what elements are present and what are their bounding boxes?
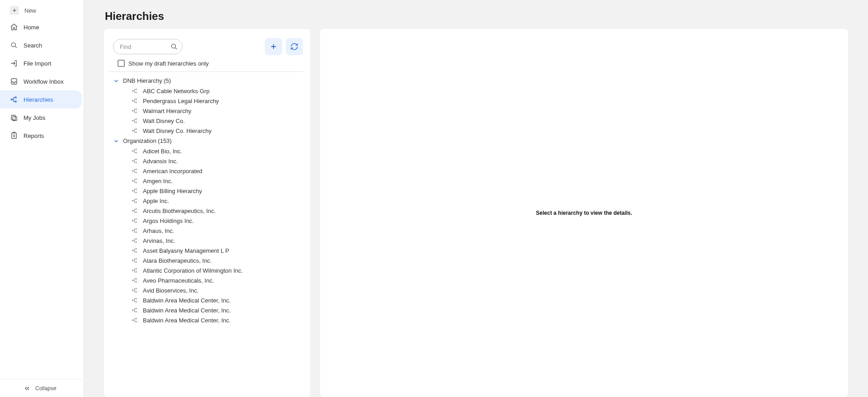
search-icon[interactable] xyxy=(169,42,179,52)
hierarchy-node-icon xyxy=(131,257,138,264)
refresh-button[interactable] xyxy=(286,38,303,55)
svg-point-18 xyxy=(136,118,137,119)
svg-point-59 xyxy=(132,270,133,271)
sidebar-item-workflow-inbox[interactable]: Workflow Inbox xyxy=(0,72,84,90)
tree-item-label: Baldwin Area Medical Center, Inc. xyxy=(143,307,231,314)
sidebar-new-button[interactable]: New xyxy=(0,3,84,18)
tree-item[interactable]: Arhaus, Inc. xyxy=(113,226,305,236)
add-hierarchy-button[interactable] xyxy=(265,38,282,55)
tree-item[interactable]: Arcutis Biotherapeutics, Inc. xyxy=(113,206,305,216)
svg-point-8 xyxy=(132,90,133,91)
tree-item-label: Arcutis Biotherapeutics, Inc. xyxy=(143,208,216,214)
tree-item[interactable]: Aveo Pharmaceuticals, Inc. xyxy=(113,275,305,285)
sidebar-item-file-import[interactable]: File Import xyxy=(0,54,84,72)
tree-item[interactable]: Atlantic Corporation of Wilmington Inc. xyxy=(113,265,305,275)
tree-item[interactable]: Baldwin Area Medical Center, Inc. xyxy=(113,295,305,305)
svg-point-62 xyxy=(132,280,133,281)
hierarchy-node-icon xyxy=(131,188,138,194)
tree-group-header[interactable]: DNB Hierarchy (5) xyxy=(113,76,305,86)
hierarchy-node-icon xyxy=(131,98,138,104)
tree-item-label: ABC Cable Networks Grp xyxy=(143,88,209,95)
svg-point-70 xyxy=(136,301,137,302)
svg-point-12 xyxy=(136,99,137,99)
svg-point-9 xyxy=(136,89,137,90)
svg-point-33 xyxy=(136,179,137,180)
svg-point-13 xyxy=(136,102,137,103)
tree-item[interactable]: Apple Inc. xyxy=(113,196,305,206)
hierarchy-node-icon xyxy=(131,128,138,134)
svg-point-44 xyxy=(132,220,133,221)
chevron-down-icon xyxy=(113,138,119,144)
tree-item[interactable]: Asset Balyasny Management L P xyxy=(113,246,305,255)
sidebar-collapse-button[interactable]: Collapse xyxy=(0,379,84,397)
sidebar-item-hierarchies[interactable]: Hierarchies xyxy=(0,90,82,109)
svg-point-2 xyxy=(15,97,16,98)
hierarchy-node-icon xyxy=(131,158,138,164)
tree-item[interactable]: Arvinas, Inc. xyxy=(113,236,305,246)
tree-item[interactable]: Apple Billing Hierarchy xyxy=(113,186,305,196)
sidebar-item-label: Workflow Inbox xyxy=(24,78,64,85)
svg-point-21 xyxy=(136,128,137,129)
tree-item[interactable]: Advansix Inc. xyxy=(113,156,305,166)
svg-point-58 xyxy=(136,261,137,262)
hierarchy-node-icon xyxy=(131,198,138,204)
tree-item[interactable]: Walt Disney Co. Hierarchy xyxy=(113,126,305,136)
tree-item[interactable]: Atara Biotherapeutics, Inc. xyxy=(113,255,305,265)
svg-rect-4 xyxy=(11,115,15,120)
sidebar-item-label: Reports xyxy=(24,132,44,139)
svg-point-0 xyxy=(11,43,15,47)
svg-point-71 xyxy=(132,310,133,311)
tree-item-label: Arhaus, Inc. xyxy=(143,227,174,234)
hierarchy-icon xyxy=(10,95,18,104)
tree-item[interactable]: American Incorporated xyxy=(113,166,305,176)
svg-point-47 xyxy=(132,230,133,231)
tree-item[interactable]: Pendergrass Legal Hierarchy xyxy=(113,96,305,106)
svg-point-63 xyxy=(136,278,137,279)
draft-only-toggle[interactable]: Show my draft hierarchies only xyxy=(108,60,303,72)
tree-item[interactable]: ABC Cable Networks Grp xyxy=(113,86,305,96)
tree-item[interactable]: Adicet Bio, Inc. xyxy=(113,146,305,156)
hierarchy-node-icon xyxy=(131,247,138,254)
svg-point-28 xyxy=(136,162,137,163)
chevron-down-icon xyxy=(113,78,119,84)
sidebar-item-reports[interactable]: Reports xyxy=(0,127,84,145)
checkbox-icon xyxy=(118,60,125,67)
page-title: Hierarchies xyxy=(105,10,868,23)
sidebar-collapse-label: Collapse xyxy=(35,385,57,392)
svg-point-26 xyxy=(132,161,133,161)
tree-item-label: Pendergrass Legal Hierarchy xyxy=(143,98,219,104)
svg-point-55 xyxy=(136,251,137,252)
tree-item[interactable]: Baldwin Area Medical Center, Inc. xyxy=(113,305,305,315)
sidebar-item-search[interactable]: Search xyxy=(0,36,84,54)
tree-item[interactable]: Baldwin Area Medical Center, Inc. xyxy=(113,315,305,325)
svg-point-25 xyxy=(136,152,137,153)
hierarchy-tree[interactable]: DNB Hierarchy (5)ABC Cable Networks GrpP… xyxy=(104,72,310,397)
tree-item[interactable]: Argos Holdings Inc. xyxy=(113,216,305,226)
tree-item[interactable]: Walt Disney Co. xyxy=(113,116,305,126)
svg-point-3 xyxy=(15,101,16,102)
svg-point-19 xyxy=(136,122,137,123)
tree-item[interactable]: Walmart Hierarchy xyxy=(113,106,305,116)
svg-point-17 xyxy=(132,120,133,121)
tree-item-label: Asset Balyasny Management L P xyxy=(143,247,229,254)
tree-item-label: Amgen Inc. xyxy=(143,178,173,184)
hierarchy-node-icon xyxy=(131,88,138,94)
svg-point-56 xyxy=(132,260,133,261)
svg-point-27 xyxy=(136,159,137,160)
tree-item[interactable]: Avid Bioservices, Inc. xyxy=(113,285,305,295)
sidebar: New Home Search File Import Workflow Inb xyxy=(0,0,84,397)
svg-point-38 xyxy=(132,200,133,201)
svg-point-45 xyxy=(136,218,137,219)
sidebar-item-my-jobs[interactable]: My Jobs xyxy=(0,109,84,127)
sidebar-item-home[interactable]: Home xyxy=(0,18,84,36)
tree-item[interactable]: Amgen Inc. xyxy=(113,176,305,186)
svg-point-75 xyxy=(136,318,137,319)
hierarchy-node-icon xyxy=(131,277,138,284)
svg-point-53 xyxy=(132,250,133,251)
tree-item-label: Adicet Bio, Inc. xyxy=(143,148,182,155)
svg-point-48 xyxy=(136,228,137,229)
svg-point-14 xyxy=(132,110,133,111)
svg-point-31 xyxy=(136,172,137,173)
tree-group-header[interactable]: Organization (153) xyxy=(113,136,305,146)
tree-group-label: DNB Hierarchy (5) xyxy=(123,77,171,84)
